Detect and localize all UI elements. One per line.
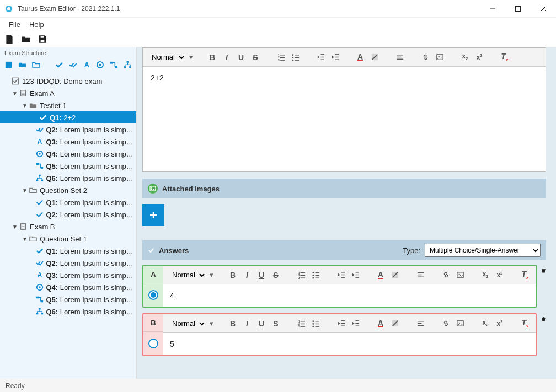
indent-button[interactable] [329, 51, 341, 63]
indent-button[interactable] [349, 269, 361, 281]
ul-button[interactable] [309, 269, 322, 281]
tree-question[interactable]: Q6: Lorem Ipsum is simply du [0, 305, 136, 318]
align-button[interactable] [394, 51, 406, 63]
open-file-icon[interactable] [21, 34, 31, 44]
delete-answer-icon[interactable] [541, 268, 546, 278]
link-button[interactable] [419, 51, 431, 63]
tree-question[interactable]: AQ3: Lorem Ipsum is simply du [0, 269, 136, 281]
tree-question[interactable]: Q5: Lorem Ipsum is simply du [0, 160, 136, 172]
app-icon [4, 4, 13, 13]
ul-button[interactable] [309, 318, 322, 330]
bg-color-button[interactable] [389, 269, 401, 281]
svg-rect-118 [543, 317, 544, 318]
question-body[interactable]: 2+2 [143, 67, 546, 171]
exam-icon[interactable] [4, 61, 13, 69]
tree-question[interactable]: AQ3: Lorem Ipsum is simply du [0, 136, 136, 148]
italic-button[interactable]: I [241, 269, 253, 281]
tree-question[interactable]: Q4: Lorem Ipsum is simply du [0, 148, 136, 160]
strike-button[interactable]: S [249, 51, 261, 63]
underline-button[interactable]: U [255, 269, 268, 281]
image-button[interactable] [434, 51, 446, 63]
clear-format-button[interactable]: Tx [499, 51, 511, 63]
bold-button[interactable]: B [206, 51, 218, 63]
answer-body[interactable]: 5 [163, 333, 536, 355]
tree-question[interactable]: Q2: Lorem Ipsum is simply du [0, 123, 136, 136]
menu-file[interactable]: File [4, 19, 25, 30]
drag-icon[interactable] [110, 61, 118, 69]
svg-point-52 [292, 60, 293, 61]
bold-button[interactable]: B [227, 269, 239, 281]
italic-button[interactable]: I [241, 318, 253, 330]
indent-button[interactable] [349, 318, 361, 330]
tree-question[interactable]: Q2: Lorem Ipsum is simply du [0, 208, 136, 221]
letter-a-icon[interactable]: A [83, 61, 91, 69]
tree-set[interactable]: ▼Question Set 2 [0, 184, 136, 196]
tree-question[interactable]: Q5: Lorem Ipsum is simply du [0, 293, 136, 305]
underline-button[interactable]: U [255, 318, 268, 330]
double-check-icon[interactable] [69, 61, 77, 69]
text-color-button[interactable]: A [375, 318, 387, 330]
link-button[interactable] [440, 318, 452, 330]
answer-type-select[interactable]: Multiple Choice/Single-Answer [425, 244, 541, 257]
ol-button[interactable]: 123 [295, 269, 307, 281]
close-button[interactable] [531, 0, 556, 18]
tree-set[interactable]: ▼Testlet 1 [0, 99, 136, 111]
tree-icon[interactable] [124, 61, 132, 69]
add-image-button[interactable] [142, 204, 164, 226]
ul-button[interactable] [289, 51, 301, 63]
outdent-button[interactable] [335, 318, 347, 330]
bg-color-button[interactable] [368, 51, 381, 63]
superscript-button[interactable]: x2 [473, 51, 485, 63]
align-button[interactable] [414, 269, 426, 281]
maximize-button[interactable] [505, 0, 531, 18]
superscript-button[interactable]: x2 [494, 269, 506, 281]
target-icon[interactable] [96, 61, 104, 69]
subscript-button[interactable]: x2 [479, 318, 491, 330]
format-select[interactable]: Normal [168, 317, 206, 330]
tree-exam[interactable]: ▼Exam A [0, 87, 136, 99]
check-icon[interactable] [55, 61, 63, 69]
link-button[interactable] [440, 269, 452, 281]
menu-help[interactable]: Help [25, 19, 49, 30]
format-select[interactable]: Normal [168, 269, 206, 282]
new-file-icon[interactable] [4, 34, 14, 44]
answer-body[interactable]: 4 [163, 284, 536, 307]
subscript-button[interactable]: x2 [479, 269, 491, 281]
text-color-button[interactable]: A [375, 269, 387, 281]
folder-solid-icon[interactable] [18, 61, 26, 69]
bold-button[interactable]: B [227, 318, 239, 330]
superscript-button[interactable]: x2 [494, 318, 506, 330]
delete-answer-icon[interactable] [541, 316, 546, 326]
save-file-icon[interactable] [38, 34, 47, 44]
image-button[interactable] [454, 318, 466, 330]
minimize-button[interactable] [480, 0, 505, 18]
italic-button[interactable]: I [221, 51, 233, 63]
ol-button[interactable]: 123 [295, 318, 307, 330]
tree-exam[interactable]: ▼Exam B [0, 221, 136, 233]
answer-radio[interactable] [148, 339, 158, 348]
clear-format-button[interactable]: Tx [519, 318, 531, 330]
align-button[interactable] [414, 318, 426, 330]
folder-outline-icon[interactable] [32, 61, 40, 69]
ol-button[interactable]: 123 [275, 51, 287, 63]
text-color-button[interactable]: A [354, 51, 366, 63]
tree-question[interactable]: Q4: Lorem Ipsum is simply du [0, 281, 136, 293]
subscript-button[interactable]: x2 [459, 51, 471, 63]
tree-question[interactable]: Q1: Lorem Ipsum is simply du [0, 245, 136, 257]
bg-color-button[interactable] [389, 318, 401, 330]
tree-question[interactable]: Q2: Lorem Ipsum is simply du [0, 257, 136, 269]
clear-format-button[interactable]: Tx [519, 269, 531, 281]
outdent-button[interactable] [335, 269, 347, 281]
image-button[interactable] [454, 269, 466, 281]
tree-question[interactable]: Q1: 2+2 [0, 111, 136, 123]
outdent-button[interactable] [314, 51, 327, 63]
underline-button[interactable]: U [235, 51, 247, 63]
tree-set[interactable]: ▼Question Set 1 [0, 233, 136, 245]
answer-radio[interactable] [148, 290, 158, 300]
strike-button[interactable]: S [270, 318, 282, 330]
format-select[interactable]: Normal [147, 51, 186, 64]
tree-question[interactable]: Q6: Lorem Ipsum is simply du [0, 172, 136, 184]
tree-question[interactable]: Q1: Lorem Ipsum is simply du [0, 196, 136, 208]
tree-root[interactable]: 123-IDDQD: Demo exam [0, 75, 136, 87]
strike-button[interactable]: S [270, 269, 282, 281]
